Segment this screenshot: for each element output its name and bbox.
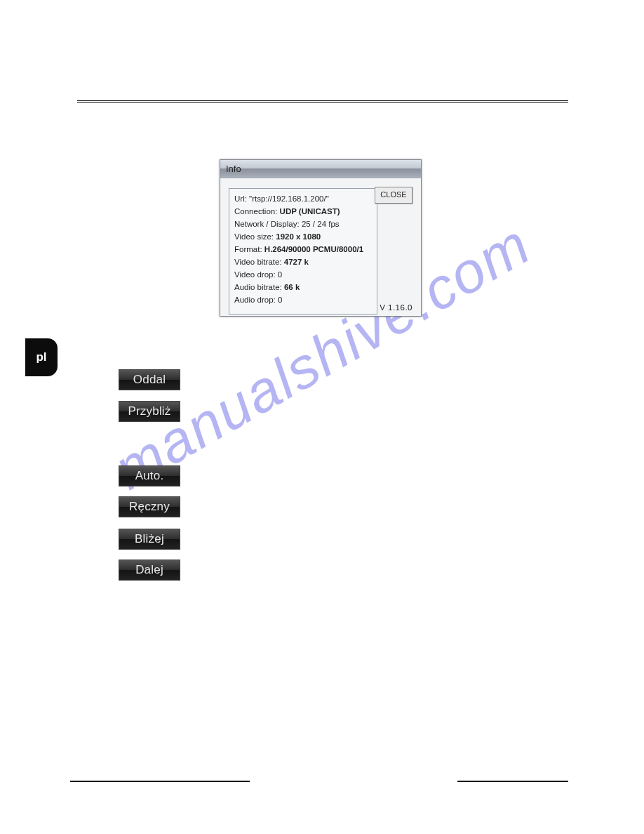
button-row-dalej: Dalej: [118, 560, 181, 581]
bottom-separator-right: [457, 781, 568, 782]
dialog-titlebar[interactable]: Info: [220, 160, 421, 179]
button-row-przybliz: Przybliż: [118, 401, 181, 422]
info-line-videosize: Video size: 1920 x 1080: [234, 230, 372, 243]
info-line-url: Url: "rtsp://192.168.1.200/": [234, 192, 372, 205]
label: Video size:: [234, 232, 274, 241]
page: manualshive.com Info Url: "rtsp://192.16…: [0, 0, 644, 834]
value: "rtsp://192.168.1.200/": [249, 194, 329, 203]
blizej-button[interactable]: Bliżej: [119, 529, 180, 550]
value: UDP (UNICAST): [280, 207, 340, 216]
reczny-button[interactable]: Ręczny: [119, 496, 180, 517]
button-row-reczny: Ręczny: [118, 496, 181, 517]
label: Video drop:: [234, 270, 276, 279]
info-line-vbitrate: Video bitrate: 4727 k: [234, 256, 372, 268]
label: Network / Display:: [234, 220, 300, 228]
label: Format:: [234, 245, 262, 253]
oddal-button[interactable]: Oddal: [119, 369, 180, 390]
button-row-blizej: Bliżej: [118, 529, 181, 550]
value: 25 / 24 fps: [302, 220, 340, 228]
language-code: pl: [36, 350, 46, 364]
przybliz-button[interactable]: Przybliż: [119, 401, 180, 422]
language-tab-pl[interactable]: pl: [25, 338, 58, 376]
label: Video bitrate:: [234, 258, 282, 266]
info-line-vdrop: Video drop: 0: [234, 268, 372, 281]
dialog-title: Info: [226, 164, 241, 174]
label: Connection:: [234, 207, 277, 216]
bottom-separator-left: [70, 781, 250, 782]
info-line-connection: Connection: UDP (UNICAST): [234, 205, 372, 218]
label: Url:: [234, 194, 247, 203]
info-line-abitrate: Audio bitrate: 66 k: [234, 281, 372, 293]
value: H.264/90000 PCMU/8000/1: [264, 245, 363, 253]
info-dialog: Info Url: "rtsp://192.168.1.200/" Connec…: [220, 159, 422, 317]
value: 0: [278, 296, 282, 304]
close-button[interactable]: CLOSE: [375, 187, 412, 204]
value: 4727 k: [284, 258, 309, 266]
value: 66 k: [284, 283, 300, 291]
info-line-network: Network / Display: 25 / 24 fps: [234, 218, 372, 230]
value: 0: [278, 270, 282, 279]
version-label: V 1.16.0: [380, 303, 412, 312]
info-box: Url: "rtsp://192.168.1.200/" Connection:…: [229, 188, 377, 315]
auto-button[interactable]: Auto.: [119, 465, 180, 486]
info-line-adrop: Audio drop: 0: [234, 293, 372, 306]
top-separator: [77, 100, 568, 102]
button-row-oddal: Oddal: [118, 369, 181, 390]
dalej-button[interactable]: Dalej: [119, 560, 180, 581]
dialog-body: Url: "rtsp://192.168.1.200/" Connection:…: [220, 178, 421, 316]
info-line-format: Format: H.264/90000 PCMU/8000/1: [234, 243, 372, 256]
value: 1920 x 1080: [276, 232, 321, 241]
button-row-auto: Auto.: [118, 465, 181, 486]
label: Audio bitrate:: [234, 283, 282, 291]
label: Audio drop:: [234, 296, 276, 304]
